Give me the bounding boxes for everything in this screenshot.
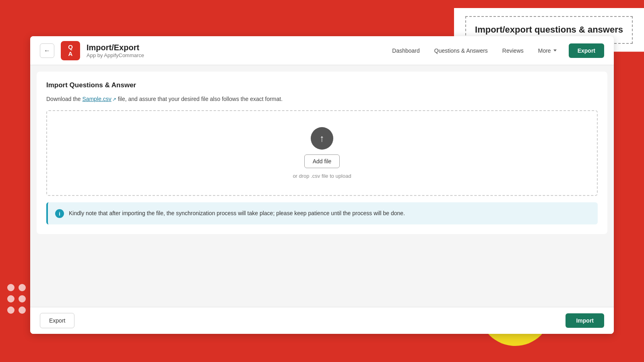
nav-qa[interactable]: Questions & Answers <box>429 44 493 57</box>
app-subtitle: App by AppifyCommarce <box>87 52 380 58</box>
app-logo: QA <box>61 41 80 60</box>
info-icon: i <box>55 209 64 218</box>
drop-hint-text: or drop .csv file to upload <box>293 173 351 179</box>
back-button[interactable]: ← <box>40 43 54 58</box>
app-header: ← QA Import/Export App by AppifyCommarce… <box>30 36 614 65</box>
nav-bar: Dashboard Questions & Answers Reviews Mo… <box>386 44 562 57</box>
nav-more-label: More <box>538 47 551 54</box>
import-button[interactable]: Import <box>566 313 604 328</box>
nav-reviews[interactable]: Reviews <box>497 44 529 57</box>
section-title: Import Questions & Answer <box>46 81 598 89</box>
import-card: Import Questions & Answer Download the S… <box>37 72 607 234</box>
chevron-down-icon <box>553 49 557 51</box>
decorative-dots-left <box>7 284 26 314</box>
external-link-icon: ↗ <box>112 97 116 102</box>
info-text-before: Download the <box>46 96 83 102</box>
tooltip-title: Import/export questions & answers <box>475 24 623 36</box>
info-text-after: file, and assure that your desired file … <box>116 96 283 102</box>
nav-dashboard[interactable]: Dashboard <box>386 44 425 57</box>
app-title: Import/Export <box>87 43 380 52</box>
sample-csv-link[interactable]: Sample.csv↗ <box>83 96 116 102</box>
footer-export-button[interactable]: Export <box>40 313 74 328</box>
info-alert: i Kindly note that after importing the f… <box>46 202 598 224</box>
app-footer: Export Import <box>30 307 614 334</box>
app-title-group: Import/Export App by AppifyCommarce <box>87 43 380 58</box>
upload-icon: ↑ <box>311 127 333 150</box>
app-content: Import Questions & Answer Download the S… <box>30 72 614 234</box>
back-icon: ← <box>44 47 50 54</box>
header-export-button[interactable]: Export <box>569 43 604 58</box>
add-file-button[interactable]: Add file <box>304 154 340 168</box>
info-paragraph: Download the Sample.csv↗ file, and assur… <box>46 96 598 102</box>
upload-arrow-icon: ↑ <box>320 134 324 143</box>
app-window: ← QA Import/Export App by AppifyCommarce… <box>30 36 614 334</box>
alert-message: Kindly note that after importing the fil… <box>69 209 405 218</box>
nav-more[interactable]: More <box>533 44 562 57</box>
upload-dropzone[interactable]: ↑ Add file or drop .csv file to upload <box>46 110 598 196</box>
